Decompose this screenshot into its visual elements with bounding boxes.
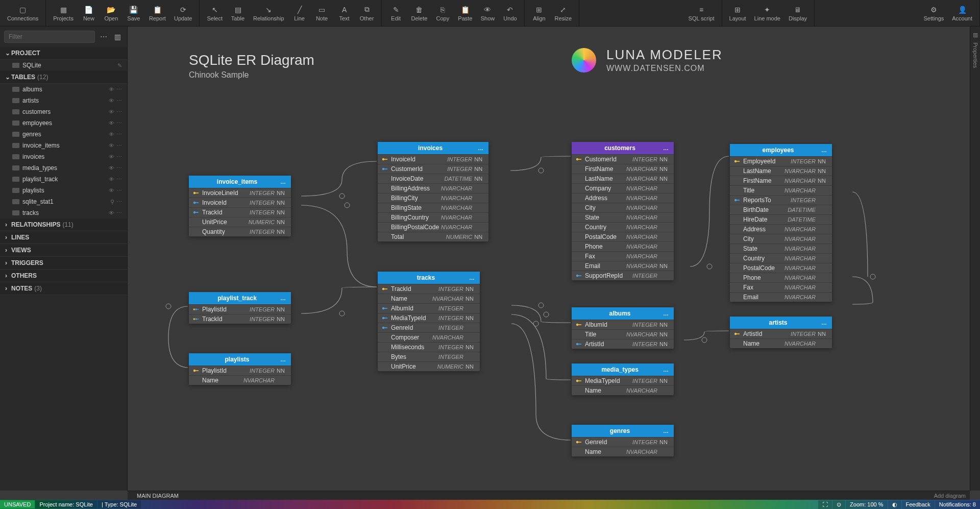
copy-button[interactable]: ⎘Copy <box>431 0 454 26</box>
tree-item-tracks[interactable]: tracks👁⋯ <box>0 207 127 219</box>
item-menu-icon[interactable]: ⋯ <box>116 176 122 183</box>
table-row[interactable]: InvoiceIdINTEGERNN <box>189 198 291 207</box>
table-row[interactable]: MediaTypeIdINTEGERNN <box>572 376 674 385</box>
tree-item-invoice_items[interactable]: invoice_items👁⋯ <box>0 140 127 151</box>
table-row[interactable]: MediaTypeIdINTEGERNN <box>378 313 480 323</box>
table-row[interactable]: NameNVARCHAR <box>730 338 832 348</box>
edit-button[interactable]: ✎Edit <box>385 0 407 26</box>
resize-button[interactable]: ⤢Resize <box>550 0 576 26</box>
table-row[interactable]: ArtistIdINTEGERNN <box>730 329 832 338</box>
table-row[interactable]: TitleNVARCHAR <box>730 185 832 195</box>
table-row[interactable]: BillingCityNVARCHAR <box>378 193 488 203</box>
table-menu-icon[interactable]: … <box>663 367 669 373</box>
table-row[interactable]: CityNVARCHAR <box>730 234 832 244</box>
relationship-line[interactable] <box>301 205 377 287</box>
table-menu-icon[interactable]: … <box>663 145 669 151</box>
table-row[interactable]: FaxNVARCHAR <box>730 282 832 292</box>
relationship-handle-icon[interactable] <box>345 203 350 208</box>
tree-item-genres[interactable]: genres👁⋯ <box>0 129 127 140</box>
table-row[interactable]: EmailNVARCHARNN <box>572 261 674 271</box>
relationship-handle-icon[interactable] <box>339 311 345 316</box>
visibility-icon[interactable]: 👁 <box>109 154 114 160</box>
relationship-line[interactable] <box>168 306 188 368</box>
properties-panel-collapsed[interactable]: ▥ Properties <box>970 27 980 491</box>
visibility-icon[interactable]: 👁 <box>109 120 114 126</box>
relationship-handle-icon[interactable] <box>538 168 544 173</box>
table-row[interactable]: GenreIdINTEGER <box>378 323 480 332</box>
relationship-line[interactable] <box>510 156 571 171</box>
delete-button[interactable]: 🗑Delete <box>407 0 432 26</box>
relationship-handle-icon[interactable] <box>870 274 875 279</box>
visibility-icon[interactable]: 👁 <box>109 109 114 115</box>
projects-button[interactable]: ▦Projects <box>49 0 78 26</box>
line-mode-button[interactable]: ✦Line mode <box>750 0 785 26</box>
table-row[interactable]: PhoneNVARCHAR <box>730 273 832 282</box>
status-feedback[interactable]: Feedback <box>902 500 935 509</box>
other-button[interactable]: ⧉Other <box>356 0 378 26</box>
fit-icon[interactable]: ⛶ <box>818 500 832 509</box>
table-row[interactable]: CustomerIdINTEGERNN <box>572 154 674 164</box>
visibility-icon[interactable]: 👁 <box>109 142 114 149</box>
table-playlists[interactable]: playlists…PlaylistIdINTEGERNNNameNVARCHA… <box>189 353 291 385</box>
table-menu-icon[interactable]: … <box>821 320 827 326</box>
table-row[interactable]: UnitPriceNUMERICNN <box>378 361 480 371</box>
tree-item-playlists[interactable]: playlists👁⋯ <box>0 185 127 196</box>
section-notes[interactable]: ›NOTES(3) <box>0 282 127 295</box>
table-row[interactable]: NameNVARCHAR <box>189 375 291 385</box>
table-row[interactable]: ArtistIdINTEGERNN <box>572 339 674 349</box>
panel-toggle-icon[interactable]: ▥ <box>112 33 123 41</box>
table-row[interactable]: ComposerNVARCHAR <box>378 332 480 342</box>
table-menu-icon[interactable]: … <box>280 295 286 301</box>
table-row[interactable]: GenreIdINTEGERNN <box>572 437 674 447</box>
note-button[interactable]: ▭Note <box>311 0 333 26</box>
item-menu-icon[interactable]: ⋯ <box>116 210 122 216</box>
table-row[interactable]: PostalCodeNVARCHAR <box>572 232 674 241</box>
table-customers[interactable]: customers…CustomerIdINTEGERNNFirstNameNV… <box>572 142 674 280</box>
item-menu-icon[interactable]: ⋯ <box>116 142 122 149</box>
tree-item-employees[interactable]: employees👁⋯ <box>0 117 127 129</box>
table-row[interactable]: BytesINTEGER <box>378 352 480 361</box>
table-row[interactable]: BillingPostalCodeNVARCHAR <box>378 222 488 232</box>
table-row[interactable]: AlbumIdINTEGERNN <box>572 320 674 329</box>
table-row[interactable]: MillisecondsINTEGERNN <box>378 342 480 352</box>
visibility-icon[interactable]: ⚲ <box>110 199 114 205</box>
table-row[interactable]: FirstNameNVARCHARNN <box>572 164 674 174</box>
visibility-icon[interactable]: 👁 <box>109 131 114 137</box>
filter-menu-icon[interactable]: ⋯ <box>98 33 109 41</box>
table-menu-icon[interactable]: … <box>663 310 669 317</box>
table-menu-icon[interactable]: … <box>821 147 827 153</box>
table-media_types[interactable]: media_types…MediaTypeIdINTEGERNNNameNVAR… <box>572 363 674 395</box>
table-row[interactable]: InvoiceDateDATETIMENN <box>378 174 488 183</box>
table-playlist_track[interactable]: playlist_track…PlaylistIdINTEGERNNTrackI… <box>189 292 291 324</box>
save-button[interactable]: 💾Save <box>122 0 145 26</box>
relationship-handle-icon[interactable] <box>339 193 345 199</box>
table-row[interactable]: CountryNVARCHAR <box>730 253 832 263</box>
table-row[interactable]: StateNVARCHAR <box>572 212 674 222</box>
table-row[interactable]: CustomerIdINTEGERNN <box>378 164 488 174</box>
table-row[interactable]: CityNVARCHAR <box>572 203 674 212</box>
paste-button[interactable]: 📋Paste <box>454 0 476 26</box>
section-others[interactable]: ›OTHERS <box>0 270 127 282</box>
layout-button[interactable]: ⊞Layout <box>725 0 750 26</box>
table-row[interactable]: FirstNameNVARCHARNN <box>730 176 832 185</box>
table-row[interactable]: CompanyNVARCHAR <box>572 183 674 193</box>
table-genres[interactable]: genres…GenreIdINTEGERNNNameNVARCHAR <box>572 425 674 456</box>
table-row[interactable]: TrackIdINTEGERNN <box>189 314 291 324</box>
item-menu-icon[interactable]: ⋯ <box>116 131 122 138</box>
table-row[interactable]: InvoiceLineIdINTEGERNN <box>189 188 291 198</box>
item-menu-icon[interactable]: ⋯ <box>116 187 122 194</box>
status-notifications[interactable]: Notifications: 8 <box>935 500 980 509</box>
relationship-line[interactable] <box>690 156 729 266</box>
table-row[interactable]: AddressNVARCHAR <box>730 224 832 234</box>
table-menu-icon[interactable]: … <box>478 145 483 151</box>
section-relationships[interactable]: ›RELATIONSHIPS(11) <box>0 219 127 231</box>
show-button[interactable]: 👁Show <box>476 0 499 26</box>
tree-item-invoices[interactable]: invoices👁⋯ <box>0 151 127 162</box>
report-button[interactable]: 📋Report <box>145 0 170 26</box>
visibility-icon[interactable]: 👁 <box>109 165 114 171</box>
item-menu-icon[interactable]: ⋯ <box>116 86 122 93</box>
visibility-icon[interactable]: 👁 <box>109 210 114 216</box>
table-row[interactable]: NameNVARCHAR <box>572 385 674 395</box>
item-menu-icon[interactable]: ⋯ <box>116 199 122 205</box>
relationship-line[interactable] <box>511 324 571 440</box>
